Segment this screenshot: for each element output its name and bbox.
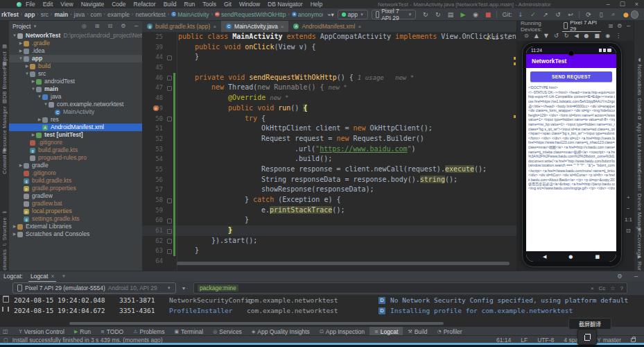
tree-item-androidmanifest-xml[interactable]: AAndroidManifest.xml <box>9 124 142 131</box>
menu-item-refactor[interactable]: Refactor <box>134 1 156 8</box>
close-icon[interactable]: × <box>281 24 284 30</box>
emulator-screen[interactable]: 11:24 NetworkTest SEND REQUEST <!DOCTYPE… <box>526 46 616 262</box>
editor-tab-androidmanifest-xml[interactable]: AAndroidManifest.xml× <box>288 21 366 32</box>
breadcrumb-item[interactable]: example <box>107 11 130 18</box>
code-line[interactable]: 63} <box>142 246 516 256</box>
hide-icon[interactable]: − <box>626 23 631 29</box>
chevron-down-icon[interactable]: ▼ <box>24 70 30 78</box>
breadcrumb-item[interactable]: CMainActivity <box>171 11 209 18</box>
menu-item-code[interactable]: Code <box>112 1 125 8</box>
menu-item-tools[interactable]: Tools <box>202 1 216 8</box>
settings-icon[interactable]: ⚙ <box>617 23 622 29</box>
chevron-right-icon[interactable]: ▶ <box>12 230 17 238</box>
tree-item-settings-gradle-kts[interactable]: gsettings.gradle.kts <box>9 215 142 223</box>
fold-marker-icon[interactable] <box>167 198 172 203</box>
tree-item-java[interactable]: ▼java <box>9 93 142 101</box>
breadcrumb-item[interactable]: rkTest <box>1 11 19 18</box>
breadcrumb-item[interactable]: main <box>54 11 68 18</box>
device-selector[interactable]: Pixel 7 API 29 ▼ <box>372 10 417 19</box>
code-line[interactable]: 56String responseData = response.body().… <box>142 175 516 185</box>
tree-item-local-properties[interactable]: plocal.properties <box>9 208 142 215</box>
code-line[interactable]: 54.build(); <box>142 154 516 164</box>
menu-item-navigate[interactable]: Navigate <box>81 1 105 8</box>
tree-item-mainactivity[interactable]: CMainActivity <box>9 108 142 116</box>
run-config-selector[interactable]: app ▼ <box>338 10 368 19</box>
zoom-reset-icon[interactable]: 1:1 <box>625 217 632 223</box>
menu-item-help[interactable]: Help <box>311 1 322 8</box>
stop-icon[interactable]: ■ <box>484 11 491 18</box>
code-line[interactable]: 59e.printStackTrace(); <box>142 205 516 216</box>
menu-item-build[interactable]: Build <box>164 1 177 8</box>
help-icon[interactable]: ? <box>620 285 623 291</box>
tree-item-res[interactable]: ▶res <box>9 116 142 124</box>
screen-translate-button[interactable] <box>577 329 597 345</box>
home-icon[interactable]: ● <box>568 254 573 260</box>
chevron-right-icon[interactable]: ▶ <box>18 162 24 169</box>
line-ending[interactable]: LF <box>521 337 528 344</box>
tree-item--gradle[interactable]: ▶.gradle <box>9 40 142 47</box>
expand-all-icon[interactable]: ⊞ <box>95 23 100 29</box>
tree-item--gitignore[interactable]: .gitignore <box>9 139 142 146</box>
tool-strip-item-gradle[interactable]: ◠Gradle <box>634 90 644 115</box>
git-branch[interactable]: Y master <box>597 337 621 344</box>
recents-icon[interactable]: ■ <box>595 254 600 260</box>
apply-changes-icon[interactable]: ↻ <box>421 11 429 18</box>
undo-icon[interactable]: ↩ <box>566 11 574 18</box>
code-line[interactable]: 51OkHttpClient client = new OkHttpClient… <box>142 124 516 134</box>
code-line[interactable]: 58} catch (Exception e) { <box>142 195 516 205</box>
code-line[interactable]: 46private void sendRequestWithOkHttp() {… <box>142 73 516 83</box>
tree-item-networktest[interactable]: ▼NetworkTest D:\project\android_project\… <box>9 32 142 40</box>
fold-marker-icon[interactable] <box>167 229 172 234</box>
code-line[interactable]: 55Response response = client.newCall(req… <box>142 164 516 175</box>
tool-strip-item-db-browser[interactable]: ▦DB Browser <box>0 61 9 99</box>
code-line[interactable]: 57showResponse(responseData); <box>142 185 516 195</box>
debug-icon[interactable]: ◉ <box>471 11 479 18</box>
fit-icon[interactable]: ⊡ <box>626 228 631 234</box>
zoom-in-icon[interactable]: + <box>627 194 630 201</box>
code-line[interactable]: 60} <box>142 215 516 226</box>
favorite-icon[interactable]: ☆ <box>610 285 615 291</box>
logcat-row[interactable]: 2024-08-15 19:24:02.0483351-3871NetworkS… <box>0 295 644 305</box>
override-method-icon[interactable]: o <box>153 105 159 111</box>
breadcrumb-item[interactable]: com <box>91 11 102 18</box>
close-icon[interactable]: × <box>51 273 54 280</box>
code-line[interactable]: 45 <box>142 62 516 73</box>
tree-item-gradle[interactable]: ▶gradle <box>9 162 142 169</box>
chevron-right-icon[interactable]: ▶ <box>18 47 24 55</box>
logcat-filter-input[interactable]: package:mine ×Cc☆? <box>193 282 627 294</box>
chevron-right-icon[interactable]: ▶ <box>37 116 42 124</box>
tree-item-build-gradle-kts[interactable]: gbuild.gradle.kts <box>9 146 142 154</box>
zoom-out-icon[interactable]: − <box>627 205 630 212</box>
device-tab[interactable]: Pixel 7 API 29 <box>562 21 601 32</box>
response-text-area[interactable]: <!DOCTYPE html><!--STATUS OK--><html> <h… <box>528 85 615 251</box>
code-line[interactable]: 62}).start(); <box>142 236 516 246</box>
menu-item-view[interactable]: View <box>60 1 73 8</box>
fold-marker-icon[interactable] <box>167 76 172 81</box>
code-line[interactable]: 39public void onClick(View v) { <box>142 42 516 53</box>
project-title[interactable]: Project <box>12 23 31 30</box>
tool-strip-item-structure[interactable]: ≔Structure <box>0 210 9 240</box>
profiler-icon[interactable]: ▤ <box>446 11 454 18</box>
code-editor[interactable]: 25public class MainActivity extends AppC… <box>142 32 516 266</box>
chevron-down-icon[interactable]: ▼ <box>43 101 49 108</box>
chevron-down-icon[interactable]: ▼ <box>12 32 17 40</box>
logcat-horizontal-scrollbar[interactable] <box>69 322 444 325</box>
tree-item-external-libraries[interactable]: ▶External Libraries <box>9 223 142 230</box>
history-icon[interactable]: ↺ <box>554 11 562 18</box>
tree-item-test-unittest-[interactable]: ▶test [unitTest] <box>9 131 142 139</box>
breadcrumb-item[interactable]: aanonymous Runnable <box>292 11 324 18</box>
menu-item-edit[interactable]: Edit <box>43 1 53 8</box>
fold-marker-icon[interactable] <box>167 117 172 121</box>
tree-item-gradlew-bat[interactable]: gradlew.bat <box>9 200 142 208</box>
chevron-right-icon[interactable]: ▶ <box>31 131 36 139</box>
chevron-right-icon[interactable]: ▶ <box>18 40 24 47</box>
hide-icon[interactable]: − <box>634 273 638 280</box>
tool-strip-item-commit[interactable]: ◉Commit <box>0 147 9 174</box>
editor-tab-build-gradle-kts-app-[interactable]: gbuild.gradle.kts (app)× <box>142 21 221 32</box>
code-line[interactable]: 49opublic void run() { <box>142 103 516 114</box>
logcat-tab[interactable]: Logcat × <box>28 271 57 282</box>
menu-item-window[interactable]: Window <box>239 1 260 8</box>
breadcrumb-item[interactable]: src <box>41 11 49 18</box>
locate-icon[interactable]: ◎ <box>82 23 87 29</box>
caret-position[interactable]: 61:14 <box>496 337 511 344</box>
